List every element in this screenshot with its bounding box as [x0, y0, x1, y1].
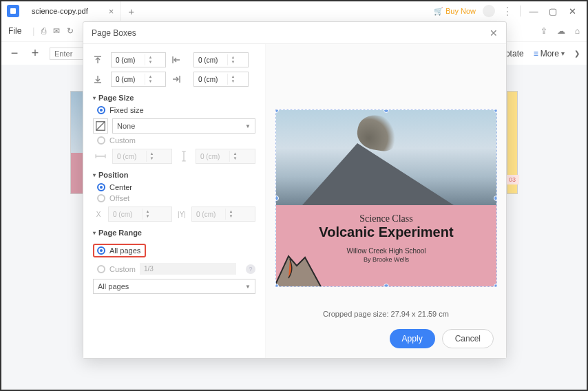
divider [520, 6, 521, 17]
user-avatar[interactable] [483, 5, 495, 17]
margin-top-icon [93, 55, 103, 65]
page-range-heading[interactable]: Page Range [93, 229, 255, 237]
offset-radio[interactable]: Offset [97, 194, 255, 202]
crop-preview[interactable]: Science Class Volcanic Experiment Willow… [275, 109, 497, 287]
tab-close-icon[interactable]: × [109, 6, 114, 17]
x-label: X [93, 211, 104, 218]
new-tab-button[interactable]: + [128, 6, 134, 17]
dialog-options-panel: ▲▼ ▲▼ ▲▼ ▲▼ Page Size Fixed size None ▼ [83, 44, 266, 358]
all-pages-radio[interactable]: All pages [93, 244, 146, 257]
chevron-down-icon: ▼ [245, 123, 251, 129]
apply-button[interactable]: Apply [390, 329, 435, 348]
cloud-icon[interactable]: ☁ [557, 26, 565, 36]
width-icon [93, 149, 108, 164]
more-menu[interactable]: ≡ More ▾ [534, 49, 565, 59]
page-number-badge: 03 [505, 175, 519, 184]
custom-size-radio[interactable]: Custom [97, 136, 255, 145]
crop-handle[interactable] [494, 196, 497, 201]
radio-icon [97, 246, 105, 255]
center-radio[interactable]: Center [97, 183, 255, 191]
window-minimize-icon[interactable]: — [527, 6, 540, 17]
preview-cover: Science Class Volcanic Experiment Willow… [276, 205, 496, 286]
chevron-right-icon[interactable]: ❯ [574, 50, 580, 57]
document-tab[interactable]: science-copy.pdf × [25, 1, 121, 21]
page-size-heading[interactable]: Page Size [93, 94, 255, 102]
position-heading[interactable]: Position [93, 171, 255, 179]
margin-left-input[interactable]: ▲▼ [193, 52, 249, 67]
dialog-preview-panel: Science Class Volcanic Experiment Willow… [266, 44, 506, 358]
preview-photo [276, 110, 496, 205]
radio-icon [97, 194, 105, 202]
buy-now-link[interactable]: 🛒 Buy Now [434, 7, 476, 16]
radio-icon [97, 106, 105, 114]
crop-handle[interactable] [494, 284, 497, 287]
mail-icon[interactable]: ✉ [53, 26, 60, 36]
radio-icon [97, 183, 105, 191]
offset-y-input: ▲▼ [191, 207, 255, 222]
custom-range-radio[interactable] [97, 265, 105, 273]
window-maximize-icon[interactable]: ▢ [547, 6, 559, 17]
crop-handle[interactable] [494, 109, 497, 113]
custom-range-input [140, 263, 236, 275]
page-size-preset-select[interactable]: None ▼ [112, 118, 255, 134]
zoom-out-icon[interactable]: − [8, 46, 21, 61]
orientation-icon[interactable] [93, 118, 108, 134]
custom-width-input: ▲▼ [112, 149, 172, 164]
margin-bottom-icon [93, 74, 103, 84]
crop-handle[interactable] [384, 284, 389, 287]
radio-icon [97, 136, 105, 145]
margin-right-icon [171, 74, 181, 84]
cancel-button[interactable]: Cancel [442, 329, 494, 348]
chevron-down-icon: ▼ [245, 284, 251, 290]
margin-left-icon [171, 55, 181, 65]
refresh-icon[interactable]: ↻ [67, 26, 74, 36]
window-close-icon[interactable]: ✕ [566, 6, 578, 17]
print-icon[interactable]: ⎙ [41, 26, 46, 36]
volcano-illustration [275, 237, 324, 287]
cart-icon: 🛒 [434, 7, 443, 16]
dialog-header: Page Boxes ✕ [83, 22, 506, 44]
margin-bottom-input[interactable]: ▲▼ [111, 72, 166, 87]
help-icon[interactable]: ? [246, 264, 255, 274]
window-titlebar: science-copy.pdf × + 🛒 Buy Now ⋮ — ▢ ✕ [1, 1, 587, 21]
preview-subtitle: Science Class [276, 213, 496, 224]
height-icon [176, 149, 191, 164]
menu-file[interactable]: File [8, 26, 21, 36]
fixed-size-radio[interactable]: Fixed size [97, 106, 255, 114]
offset-x-input: ▲▼ [108, 207, 172, 222]
zoom-in-icon[interactable]: + [29, 46, 41, 61]
margin-right-input[interactable]: ▲▼ [193, 72, 249, 87]
upload-icon[interactable]: ⇪ [540, 26, 547, 36]
margins-grid: ▲▼ ▲▼ ▲▼ ▲▼ [93, 52, 255, 87]
tab-filename: science-copy.pdf [32, 7, 88, 15]
custom-range-label: Custom [109, 265, 136, 273]
page-boxes-dialog: Page Boxes ✕ ▲▼ ▲▼ ▲▼ ▲▼ Page Size Fixed… [83, 21, 507, 359]
cropped-size-text: Cropped page size: 27.94 x 21.59 cm [266, 310, 506, 318]
home-icon[interactable]: ⌂ [575, 26, 580, 36]
margin-top-input[interactable]: ▲▼ [111, 52, 166, 67]
dialog-title: Page Boxes [92, 28, 136, 38]
user-menu-icon[interactable]: ⋮ [502, 5, 513, 18]
dialog-close-icon[interactable]: ✕ [490, 28, 498, 39]
y-label: |Y| [176, 211, 187, 218]
page-range-select[interactable]: All pages ▼ [93, 279, 255, 294]
crop-handle[interactable] [275, 284, 279, 287]
app-icon [7, 5, 19, 17]
custom-height-input: ▲▼ [196, 149, 255, 164]
